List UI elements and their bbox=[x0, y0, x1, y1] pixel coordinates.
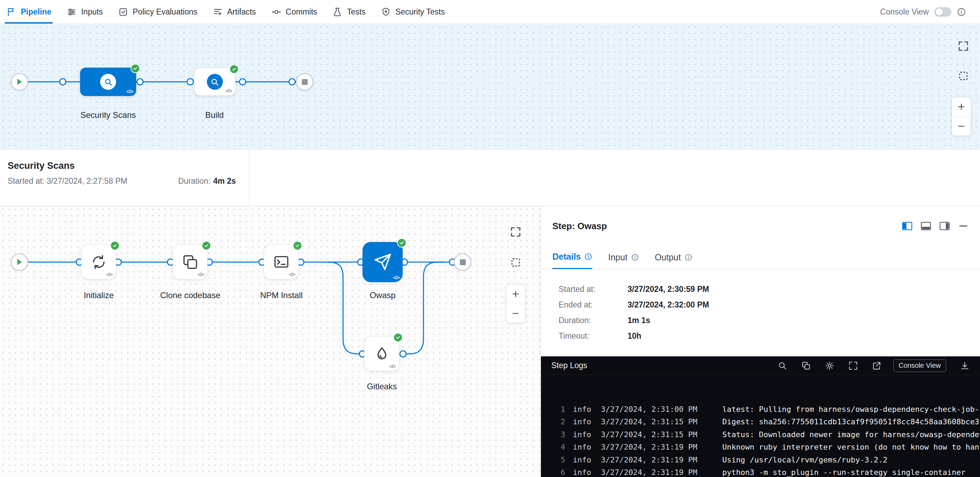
step-label-gitleaks[interactable]: Gitleaks bbox=[367, 382, 397, 391]
tab-artifacts[interactable]: Artifacts bbox=[213, 0, 256, 24]
zoom-in-button[interactable] bbox=[506, 285, 525, 304]
duration-label: Duration: bbox=[178, 177, 210, 185]
log-level: info bbox=[573, 405, 591, 418]
detail-label: Timeout: bbox=[558, 332, 628, 341]
stage-node-security-scans[interactable]: </> bbox=[80, 68, 136, 96]
zoom-out-button[interactable] bbox=[952, 117, 970, 136]
stage-graph-canvas[interactable]: </> </> Security Scans Build bbox=[0, 24, 980, 150]
stage-node-build[interactable]: </> bbox=[194, 68, 235, 96]
console-view-label: Console View bbox=[880, 7, 929, 17]
stage-label-build[interactable]: Build bbox=[205, 110, 224, 120]
stop-icon bbox=[460, 259, 466, 265]
zoom-out-button[interactable] bbox=[506, 304, 525, 323]
step-label-npm-install[interactable]: NPM Install bbox=[260, 290, 303, 300]
console-view-toggle[interactable] bbox=[934, 7, 951, 17]
execution-start-node[interactable] bbox=[11, 254, 28, 271]
detail-label: Started at: bbox=[558, 285, 628, 294]
stop-icon bbox=[302, 79, 308, 85]
log-message: Digest: sha256:7755011cdb13caf9f95051f8c… bbox=[722, 418, 979, 430]
play-icon bbox=[16, 258, 23, 266]
tab-label: Input bbox=[608, 252, 628, 262]
search-icon[interactable] bbox=[778, 361, 788, 370]
log-timestamp: 3/27/2024, 2:31:00 PM bbox=[601, 405, 697, 418]
log-timestamp: 3/27/2024, 2:31:15 PM bbox=[601, 418, 697, 430]
step-logs-body[interactable]: 1 info 3/27/2024, 2:31:00 PM latest: Pul… bbox=[541, 375, 980, 477]
info-icon[interactable] bbox=[957, 7, 966, 17]
tab-label: Policy Evaluations bbox=[133, 7, 197, 17]
stage-summary-bar: Security Scans Started at: 3/27/2024, 2:… bbox=[0, 150, 980, 206]
download-icon[interactable] bbox=[960, 361, 970, 370]
tab-label: Security Tests bbox=[395, 7, 445, 17]
minimize-panel-icon[interactable] bbox=[958, 222, 969, 231]
success-badge bbox=[293, 241, 302, 250]
policy-check-icon bbox=[118, 7, 128, 17]
step-logs-panel: Step Logs Console View 1 info bbox=[541, 356, 980, 477]
clone-icon bbox=[182, 254, 199, 270]
step-logs-actions: Console View bbox=[778, 359, 970, 372]
log-level: info bbox=[573, 443, 591, 456]
info-icon bbox=[631, 254, 639, 262]
success-badge bbox=[393, 333, 402, 342]
initialize-sync-icon bbox=[91, 254, 107, 270]
tab-pipeline[interactable]: Pipeline bbox=[6, 0, 51, 24]
stage-label-security-scans[interactable]: Security Scans bbox=[80, 110, 136, 120]
top-navigation: Pipeline Inputs Policy Evaluations Artif… bbox=[0, 0, 980, 24]
step-node-gitleaks[interactable]: </> bbox=[364, 336, 399, 371]
step-label-owasp[interactable]: Owasp bbox=[370, 290, 396, 300]
pipeline-end-node[interactable] bbox=[296, 73, 313, 91]
selection-marquee-button[interactable] bbox=[958, 70, 969, 81]
zoom-controls bbox=[951, 97, 971, 136]
copy-icon[interactable] bbox=[801, 361, 811, 370]
fullscreen-button[interactable] bbox=[510, 227, 521, 238]
detail-row: Ended at: 3/27/2024, 2:32:00 PM bbox=[558, 300, 709, 316]
step-node-initialize[interactable]: </> bbox=[81, 244, 116, 279]
fullscreen-icon[interactable] bbox=[848, 361, 858, 370]
log-line-number: 1 bbox=[541, 405, 565, 418]
step-node-npm-install[interactable]: </> bbox=[264, 244, 299, 279]
tab-details[interactable]: Details bbox=[552, 245, 592, 270]
nav-tabs: Pipeline Inputs Policy Evaluations Artif… bbox=[6, 0, 445, 24]
check-icon bbox=[395, 335, 401, 340]
tab-security-tests[interactable]: Security Tests bbox=[381, 0, 445, 24]
step-label-clone-codebase[interactable]: Clone codebase bbox=[160, 290, 220, 300]
settings-gear-icon[interactable] bbox=[825, 361, 834, 370]
log-timestamp: 3/27/2024, 2:31:19 PM bbox=[601, 443, 697, 456]
code-glyph-icon: </> bbox=[106, 271, 113, 277]
code-glyph-icon: </> bbox=[289, 271, 295, 277]
execution-end-node[interactable] bbox=[454, 254, 471, 271]
layout-split-bottom-icon[interactable] bbox=[921, 222, 931, 231]
panel-layout-controls bbox=[902, 222, 969, 231]
log-timestamp: 3/27/2024, 2:31:19 PM bbox=[601, 456, 697, 468]
stage-started-at: Started at: 3/27/2024, 2:27:58 PM bbox=[8, 177, 127, 186]
detail-row: Started at: 3/27/2024, 2:30:59 PM bbox=[558, 285, 709, 300]
success-badge bbox=[110, 241, 119, 250]
tab-input[interactable]: Input bbox=[608, 245, 639, 270]
step-node-owasp[interactable]: </> bbox=[363, 242, 402, 282]
success-badge bbox=[202, 241, 211, 250]
tab-label: Artifacts bbox=[228, 7, 256, 17]
layout-split-left-icon[interactable] bbox=[902, 222, 912, 231]
pipeline-execution-page: Pipeline Inputs Policy Evaluations Artif… bbox=[0, 0, 980, 477]
tab-inputs[interactable]: Inputs bbox=[67, 0, 103, 24]
log-message: latest: Pulling from harness/owasp-depen… bbox=[722, 405, 979, 418]
console-view-button[interactable]: Console View bbox=[893, 359, 946, 372]
tab-tests[interactable]: Tests bbox=[332, 0, 366, 24]
check-icon bbox=[204, 243, 209, 248]
toggle-knob bbox=[935, 8, 943, 16]
info-icon bbox=[684, 254, 692, 262]
fullscreen-button[interactable] bbox=[958, 41, 969, 52]
tab-policy-evaluations[interactable]: Policy Evaluations bbox=[118, 0, 197, 24]
log-timestamp: 3/27/2024, 2:31:19 PM bbox=[601, 468, 697, 477]
pipeline-start-node[interactable] bbox=[11, 73, 28, 91]
nav-right: Console View bbox=[880, 7, 966, 17]
tab-output[interactable]: Output bbox=[655, 245, 692, 270]
open-in-new-icon[interactable] bbox=[872, 361, 881, 370]
log-line: 4 info 3/27/2024, 2:31:19 PM Unknown rub… bbox=[541, 443, 980, 456]
step-label-initialize[interactable]: Initialize bbox=[84, 290, 114, 300]
execution-graph-canvas[interactable]: </> </> </> </> bbox=[0, 206, 541, 477]
zoom-in-button[interactable] bbox=[952, 97, 970, 117]
tab-commits[interactable]: Commits bbox=[271, 0, 317, 24]
selection-marquee-button[interactable] bbox=[510, 257, 521, 268]
layout-split-right-icon[interactable] bbox=[939, 222, 950, 231]
step-node-clone-codebase[interactable]: </> bbox=[173, 244, 208, 279]
